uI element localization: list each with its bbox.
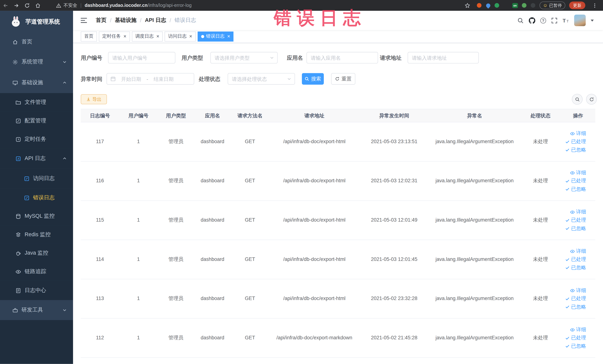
check-icon — [565, 257, 570, 262]
address-bar[interactable]: 不安全 | dashboard.yudao.iocoder.cn/infra/l… — [56, 2, 192, 9]
cell-user-id: 1 — [119, 256, 158, 263]
table-row: 117 1 管理员 dashboard GET /api/infra/db-do… — [81, 122, 595, 162]
sidebar-item-config[interactable]: 配置管理 — [0, 112, 73, 130]
sidebar-item-file[interactable]: 文件管理 — [0, 93, 73, 112]
fullscreen-icon[interactable] — [551, 17, 557, 23]
browser-menu-icon[interactable] — [589, 0, 600, 11]
tab-home[interactable]: 首页 — [81, 31, 97, 41]
reload-icon[interactable] — [22, 0, 32, 11]
close-icon[interactable]: × — [156, 34, 159, 39]
detail-link[interactable]: 详细 — [570, 209, 586, 216]
extension-icon[interactable] — [477, 3, 482, 8]
breadcrumb-item[interactable]: 首页 — [96, 17, 107, 24]
close-icon[interactable]: × — [123, 34, 127, 39]
sidebar-item-java[interactable]: Java 监控 — [0, 244, 73, 262]
sidebar-item-system[interactable]: 系统管理 — [0, 52, 73, 72]
date-range-picker[interactable]: - — [107, 73, 194, 84]
paused-extension-button[interactable]: ☺ 已暂停 — [539, 1, 565, 9]
avatar[interactable] — [574, 15, 586, 26]
user-type-select[interactable] — [210, 52, 278, 63]
close-icon[interactable]: × — [227, 34, 230, 39]
extension-icon[interactable] — [486, 3, 491, 8]
processed-link[interactable]: 已处理 — [565, 138, 586, 145]
chevron-down-icon — [62, 308, 67, 312]
sidebar-item-infra[interactable]: 基础设施 — [0, 72, 73, 93]
sidebar-item-redis[interactable]: Redis 监控 — [0, 225, 73, 244]
tab-schedule-log[interactable]: 调度日志× — [132, 31, 163, 41]
top-navbar: 首页/ 基础设施/ API 日志/ 错误日志 ? TT — [73, 11, 603, 30]
extension-on-badge[interactable]: on — [512, 3, 518, 8]
processed-link[interactable]: 已处理 — [565, 217, 586, 224]
detail-link[interactable]: 详细 — [570, 248, 586, 255]
breadcrumb-item[interactable]: 基础设施 — [115, 17, 136, 24]
detail-link[interactable]: 详细 — [570, 287, 586, 294]
end-date-input[interactable] — [148, 73, 179, 84]
search-icon[interactable] — [517, 17, 524, 23]
help-icon[interactable]: ? — [540, 17, 546, 23]
cell-app-name: dashboard — [194, 256, 231, 263]
process-status-select-input[interactable] — [228, 73, 295, 84]
eye-icon — [570, 131, 575, 136]
hamburger-icon[interactable] — [81, 17, 87, 23]
table-row: 112 1 管理员 dashboard GET /api/infra/db-do… — [81, 318, 595, 358]
ignored-link[interactable]: 已忽略 — [565, 225, 586, 232]
detail-link[interactable]: 详细 — [570, 130, 586, 137]
ignored-link[interactable]: 已忽略 — [565, 186, 586, 193]
home-icon[interactable] — [32, 0, 43, 11]
font-size-icon[interactable]: TT — [563, 17, 569, 23]
sidebar-item-job[interactable]: 定时任务 — [0, 130, 73, 149]
tab-access-log[interactable]: 访问日志× — [165, 31, 196, 41]
sidebar-item-log-center[interactable]: 日志中心 — [0, 281, 73, 300]
extension-icon[interactable] — [494, 3, 499, 8]
ignored-link[interactable]: 已忽略 — [565, 303, 586, 310]
forward-icon[interactable] — [11, 0, 22, 11]
app-name-input[interactable] — [307, 52, 378, 63]
reset-button[interactable]: 重置 — [331, 73, 355, 84]
app-name-label: 应用名 — [287, 52, 303, 63]
export-button[interactable]: 导出 — [81, 94, 107, 104]
sidebar-item-trace[interactable]: 链路追踪 — [0, 262, 73, 281]
sidebar-item-devtools[interactable]: 研发工具 — [0, 300, 73, 320]
sidebar-item-error-log[interactable]: 错误日志 — [0, 188, 73, 207]
toggle-search-button[interactable] — [572, 94, 583, 105]
process-status-select[interactable] — [228, 73, 295, 84]
search-button[interactable]: 搜索 — [302, 73, 324, 84]
caret-down-icon[interactable] — [591, 20, 594, 21]
ignored-link[interactable]: 已忽略 — [565, 264, 586, 271]
cell-user-type: 管理员 — [158, 295, 194, 302]
refresh-icon — [335, 77, 340, 81]
user-id-input[interactable] — [108, 52, 175, 63]
bookmark-star-icon[interactable] — [462, 0, 473, 11]
user-type-select-input[interactable] — [211, 52, 277, 63]
start-date-input[interactable] — [116, 73, 146, 84]
processed-link[interactable]: 已处理 — [565, 177, 586, 185]
tab-error-log[interactable]: 错误日志× — [197, 31, 233, 41]
sidebar-item-mysql[interactable]: MySQL 监控 — [0, 207, 73, 225]
detail-link[interactable]: 详细 — [570, 326, 586, 333]
back-icon[interactable] — [0, 0, 11, 11]
warning-icon — [56, 3, 61, 8]
refresh-table-button[interactable] — [586, 94, 597, 105]
cell-log-id: 115 — [81, 217, 119, 224]
extension-icon[interactable] — [522, 3, 527, 8]
detail-link[interactable]: 详细 — [570, 169, 586, 176]
close-icon[interactable]: × — [189, 34, 192, 39]
sidebar-item-home[interactable]: 首页 — [0, 32, 73, 52]
sidebar-item-access-log[interactable]: 访问日志 — [0, 169, 73, 188]
processed-link[interactable]: 已处理 — [565, 295, 586, 302]
cell-actions: 详细 已处理 已忽略 — [561, 240, 595, 279]
tab-job[interactable]: 定时任务× — [99, 31, 130, 41]
processed-link[interactable]: 已处理 — [565, 256, 586, 263]
ignored-link[interactable]: 已忽略 — [565, 343, 586, 350]
request-url-input[interactable] — [408, 52, 478, 63]
sidebar-item-api-log[interactable]: API 日志 — [0, 149, 73, 169]
github-icon[interactable] — [529, 17, 535, 23]
extension-icon[interactable] — [503, 3, 508, 8]
cell-exception-time: 2021-05-03 12:02:31 — [359, 177, 429, 185]
eye-icon — [570, 170, 575, 176]
browser-update-button[interactable]: 更新 — [569, 1, 585, 9]
extension-icon[interactable] — [531, 3, 535, 8]
ignored-link[interactable]: 已忽略 — [565, 146, 586, 153]
breadcrumb-item[interactable]: API 日志 — [145, 17, 166, 24]
processed-link[interactable]: 已处理 — [565, 335, 586, 341]
